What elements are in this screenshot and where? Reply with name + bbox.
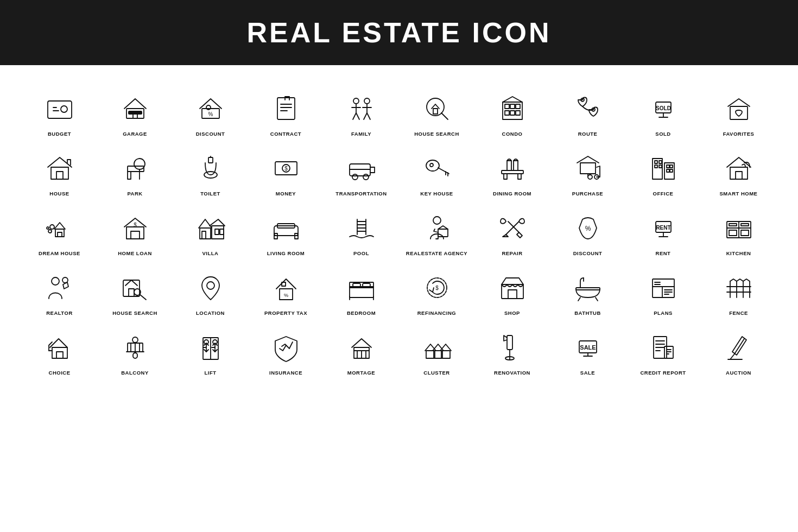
icon-pool[interactable]: POOL	[324, 201, 399, 261]
svg-point-84	[50, 225, 54, 229]
icon-location[interactable]: LOCATION	[173, 261, 248, 320]
svg-text:%: %	[283, 293, 288, 298]
svg-rect-147	[653, 279, 674, 297]
icon-label-route: ROUTE	[578, 131, 598, 137]
svg-rect-82	[736, 172, 742, 179]
svg-rect-183	[507, 335, 512, 350]
icon-plans[interactable]: PLANS	[625, 261, 701, 320]
header-title: REAL ESTATE ICON	[247, 17, 552, 48]
icon-villa[interactable]: VILLA	[173, 201, 248, 261]
svg-rect-166	[133, 353, 137, 358]
icon-park[interactable]: PARK	[97, 141, 173, 201]
icon-route[interactable]: ROUTE	[550, 81, 625, 141]
icon-label-house: HOUSE	[49, 191, 69, 197]
icon-label-budget: BUDGET	[48, 131, 71, 137]
icon-dream-house[interactable]: DREAM HOUSE	[22, 201, 97, 261]
icon-discount[interactable]: % DISCOUNT	[173, 81, 248, 141]
svg-text:$: $	[284, 166, 288, 172]
icon-garage[interactable]: GARAGE	[97, 81, 173, 141]
svg-text:$: $	[134, 222, 137, 228]
icon-mortage[interactable]: MORTAGE	[324, 320, 399, 380]
icon-realestate-agency[interactable]: REALESTATE AGENCY	[399, 201, 474, 261]
icon-label-rent: RENT	[656, 250, 671, 256]
icon-kitchen[interactable]: KITCHEN	[701, 201, 776, 261]
svg-rect-92	[212, 226, 224, 239]
icon-sale[interactable]: SALE SALE	[550, 320, 625, 380]
icon-label-villa: VILLA	[202, 250, 219, 256]
icon-fence[interactable]: FENCE	[701, 261, 776, 320]
icon-rent[interactable]: RENT RENT	[625, 201, 701, 261]
svg-text:SALE: SALE	[580, 344, 596, 351]
icon-label-home-loan: HOME LOAN	[118, 250, 152, 256]
icon-renovation[interactable]: RENOVATION	[474, 320, 550, 380]
svg-point-1	[61, 106, 67, 112]
svg-point-14	[353, 98, 359, 104]
icon-favorites[interactable]: FAVORITES	[701, 81, 776, 141]
icon-house-search[interactable]: HOUSE SEARCH	[399, 81, 474, 141]
icon-label-office: OFFICE	[653, 191, 674, 197]
svg-line-127	[140, 294, 146, 300]
icon-shop[interactable]: SHOP	[474, 261, 550, 320]
icon-office[interactable]: OFFICE	[625, 141, 701, 201]
svg-line-22	[364, 113, 367, 119]
icon-dining-room[interactable]: DINING ROOM	[474, 141, 550, 201]
svg-rect-80	[670, 169, 673, 172]
svg-line-58	[438, 168, 449, 174]
icon-purchase[interactable]: PURCHASE	[550, 141, 625, 201]
icon-auction[interactable]: AUCTION	[701, 320, 776, 380]
svg-rect-143	[576, 288, 600, 290]
icon-repair[interactable]: REPAIR	[474, 201, 550, 261]
svg-rect-30	[516, 104, 520, 109]
icon-label-kitchen: KITCHEN	[726, 250, 751, 256]
icon-label-money: MONEY	[276, 191, 296, 197]
icon-label-dining-room: DINING ROOM	[493, 191, 531, 197]
icon-realtor[interactable]: REALTOR	[22, 261, 97, 320]
icon-lift[interactable]: LIFT	[173, 320, 248, 380]
svg-rect-93	[202, 231, 206, 239]
svg-rect-98	[274, 233, 277, 239]
icon-label-key-house: KEY HOUSE	[420, 191, 453, 197]
svg-rect-73	[655, 161, 657, 163]
icon-family[interactable]: FAMILY	[324, 81, 399, 141]
icon-label-sold: SOLD	[655, 131, 670, 137]
icon-discount2[interactable]: % DISCOUNT	[550, 201, 625, 261]
icon-property-tax[interactable]: % PROPERTY TAX	[248, 261, 324, 320]
svg-text:%: %	[208, 111, 213, 117]
icon-money[interactable]: $ MONEY	[248, 141, 324, 201]
icon-insurance[interactable]: INSURANCE	[248, 320, 324, 380]
icon-label-park: PARK	[127, 191, 142, 197]
icon-label-garage: GARAGE	[123, 131, 147, 137]
svg-rect-65	[507, 161, 511, 170]
svg-rect-76	[659, 165, 662, 168]
icon-transportation[interactable]: TRANSPORTATION	[324, 141, 399, 201]
icon-label-cluster: CLUSTER	[423, 370, 449, 376]
icon-credit-report[interactable]: CREDIT REPORT	[625, 320, 701, 380]
svg-point-86	[47, 227, 49, 229]
svg-point-85	[48, 230, 52, 233]
svg-rect-126	[129, 289, 134, 296]
svg-rect-47	[208, 157, 213, 163]
svg-rect-87	[58, 232, 62, 237]
icon-key-house[interactable]: KEY HOUSE	[399, 141, 474, 201]
icon-sold[interactable]: SOLD SOLD	[625, 81, 701, 141]
icon-living-room[interactable]: LIVING ROOM	[248, 201, 324, 261]
header: REAL ESTATE ICON	[0, 0, 798, 65]
icon-refinancing[interactable]: $ REFINANCING	[399, 261, 474, 320]
icon-contract[interactable]: CONTRACT	[248, 81, 324, 141]
icon-toilet[interactable]: TOILET	[173, 141, 248, 201]
svg-rect-75	[655, 165, 657, 168]
icon-smart-home[interactable]: SMART HOME	[701, 141, 776, 201]
icon-bathtub[interactable]: BATHTUB	[550, 261, 625, 320]
icon-choice[interactable]: CHOICE	[22, 320, 97, 380]
icon-label-pool: POOL	[353, 250, 369, 256]
icon-balcony[interactable]: BALCONY	[97, 320, 173, 380]
icon-cluster[interactable]: CLUSTER	[399, 320, 474, 380]
icon-budget[interactable]: BUDGET	[22, 81, 97, 141]
icon-condo[interactable]: CONDO	[474, 81, 550, 141]
icon-bedroom[interactable]: BEDROOM	[324, 261, 399, 320]
svg-rect-74	[659, 161, 662, 163]
svg-point-54	[352, 174, 358, 180]
icon-house[interactable]: HOUSE	[22, 141, 97, 201]
icon-house-search2[interactable]: HOUSE SEARCH	[97, 261, 173, 320]
icon-home-loan[interactable]: $ HOME LOAN	[97, 201, 173, 261]
